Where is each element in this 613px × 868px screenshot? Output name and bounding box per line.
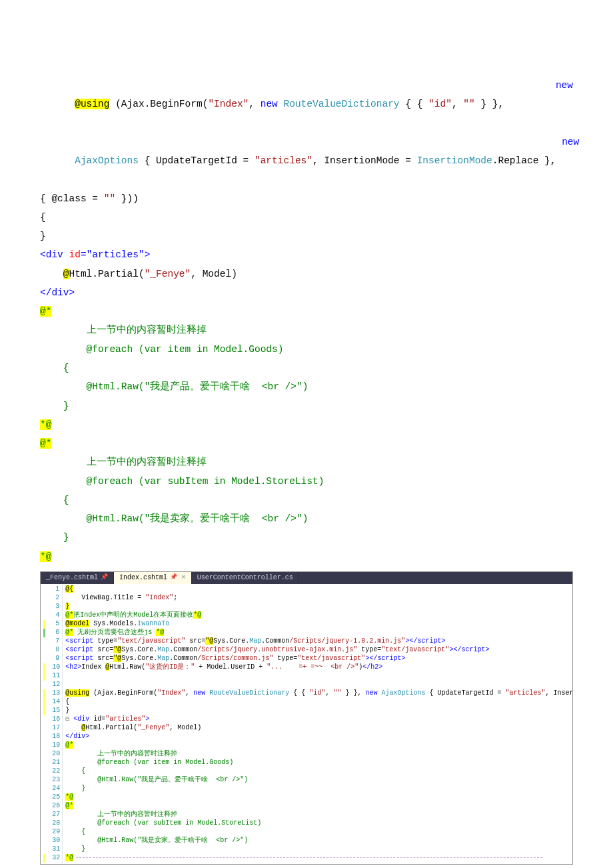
- string: "_Fenye": [145, 269, 191, 279]
- string: "articles": [255, 155, 312, 166]
- pin-icon: 📌: [101, 574, 108, 581]
- string: "id": [428, 99, 452, 109]
- keyword: new: [556, 76, 573, 133]
- comment-text: 上一节中的内容暂时注释掉: [40, 321, 573, 339]
- text: Html.Partial(: [69, 269, 145, 279]
- ide-tab-fenye[interactable]: _Fenye.cshtml 📌: [41, 572, 114, 584]
- text: { {: [400, 99, 429, 109]
- string: "Index": [208, 99, 249, 109]
- razor-code-block-1: @using (Ajax.BeginForm("Index", new Rout…: [40, 76, 573, 566]
- comment-text: @Html.Raw("我是卖家。爱干啥干啥 <br />"): [40, 509, 573, 528]
- text: })): [115, 193, 139, 204]
- ide-line-gutter: 1234567891011121314151617181920212223242…: [48, 584, 63, 864]
- tab-label: Index.cshtml: [119, 574, 167, 583]
- ide-change-markers: [41, 584, 48, 864]
- brace-open: {: [40, 208, 573, 227]
- comment-text: {: [40, 491, 573, 509]
- ide-tab-index[interactable]: Index.cshtml 📌 ×: [114, 572, 192, 584]
- comment-open: @*: [40, 438, 51, 449]
- comment-text: }: [40, 528, 573, 547]
- comment-text: 上一节中的内容暂时注释掉: [40, 453, 573, 471]
- ide-code-area[interactable]: @{ ViewBag.Title = "Index";}@*把Index中声明的…: [63, 584, 572, 864]
- eq: =: [81, 249, 87, 260]
- tag-close: >: [145, 249, 151, 260]
- ide-editor: _Fenye.cshtml 📌 Index.cshtml 📌 × UserCon…: [40, 571, 573, 865]
- text: [278, 99, 284, 109]
- attr: id: [63, 249, 81, 260]
- close-icon[interactable]: ×: [181, 573, 186, 583]
- tag-close: </div>: [40, 283, 573, 302]
- tab-label: _Fenye.cshtml: [46, 574, 98, 583]
- comment-text: }: [40, 397, 573, 415]
- comment-text: @foreach (var subItem in Model.StoreList…: [40, 472, 573, 491]
- string: "": [104, 193, 115, 204]
- keyword: new: [261, 99, 278, 109]
- type: RouteValueDictionary: [284, 99, 400, 109]
- at-using-keyword: @using: [75, 99, 109, 109]
- at-symbol: @: [63, 269, 69, 279]
- string: "": [463, 99, 474, 109]
- comment-text: @Html.Raw("我是产品。爱干啥干啥 <br />"): [40, 377, 573, 396]
- text: ,: [452, 99, 463, 109]
- type: InsertionMode: [417, 155, 492, 166]
- comment-open: @*: [40, 306, 51, 317]
- ide-tabs: _Fenye.cshtml 📌 Index.cshtml 📌 × UserCon…: [41, 572, 572, 584]
- text: { UpdateTargetId =: [139, 155, 255, 166]
- attr-val: "articles": [87, 249, 145, 260]
- brace-close: }: [40, 227, 573, 245]
- tab-label: UserContentController.cs: [197, 574, 293, 583]
- text: (Ajax.BeginForm(: [109, 99, 208, 109]
- text: } },: [475, 99, 510, 109]
- tag: <div: [40, 249, 63, 260]
- keyword: new: [562, 133, 579, 189]
- comment-text: {: [40, 359, 573, 377]
- text: ,: [249, 99, 260, 109]
- comment-text: @foreach (var item in Model.Goods): [40, 340, 573, 359]
- text: , InsertionMode =: [312, 155, 417, 166]
- ide-tab-controller[interactable]: UserContentController.cs: [192, 572, 299, 584]
- text: { @class =: [40, 193, 104, 204]
- comment-close: *@: [40, 551, 51, 562]
- text: , Model): [191, 269, 237, 279]
- text: .Replace },: [492, 155, 562, 166]
- type: AjaxOptions: [75, 155, 139, 166]
- comment-close: *@: [40, 419, 51, 430]
- pin-icon: 📌: [170, 574, 177, 581]
